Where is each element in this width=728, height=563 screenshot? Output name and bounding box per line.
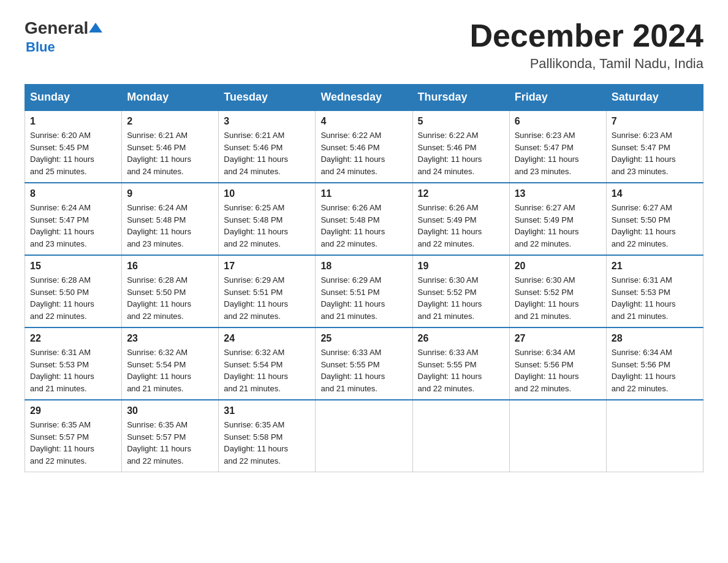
day-number: 23 bbox=[127, 333, 213, 344]
header-tuesday: Tuesday bbox=[219, 85, 316, 111]
day-cell: 18Sunrise: 6:29 AMSunset: 5:51 PMDayligh… bbox=[316, 255, 412, 327]
day-number: 14 bbox=[612, 188, 698, 199]
day-number: 12 bbox=[418, 188, 504, 199]
day-cell bbox=[412, 400, 509, 472]
logo-general: General bbox=[25, 18, 88, 38]
day-number: 15 bbox=[30, 261, 116, 272]
day-cell: 26Sunrise: 6:33 AMSunset: 5:55 PMDayligh… bbox=[412, 327, 509, 400]
day-info: Sunrise: 6:29 AMSunset: 5:51 PMDaylight:… bbox=[224, 274, 310, 322]
day-info: Sunrise: 6:34 AMSunset: 5:56 PMDaylight:… bbox=[515, 347, 601, 394]
day-number: 24 bbox=[224, 333, 310, 344]
day-cell: 4Sunrise: 6:22 AMSunset: 5:46 PMDaylight… bbox=[316, 110, 412, 183]
day-number: 19 bbox=[418, 261, 504, 272]
day-cell: 25Sunrise: 6:33 AMSunset: 5:55 PMDayligh… bbox=[316, 327, 412, 400]
day-info: Sunrise: 6:21 AMSunset: 5:46 PMDaylight:… bbox=[127, 129, 213, 177]
day-number: 3 bbox=[224, 116, 310, 127]
day-number: 22 bbox=[30, 333, 116, 344]
day-number: 6 bbox=[515, 116, 601, 127]
day-number: 18 bbox=[320, 261, 407, 272]
header-row: SundayMondayTuesdayWednesdayThursdayFrid… bbox=[25, 85, 703, 111]
day-info: Sunrise: 6:33 AMSunset: 5:55 PMDaylight:… bbox=[320, 347, 407, 394]
day-number: 17 bbox=[224, 261, 310, 272]
day-cell: 14Sunrise: 6:27 AMSunset: 5:50 PMDayligh… bbox=[606, 183, 703, 255]
day-cell: 12Sunrise: 6:26 AMSunset: 5:49 PMDayligh… bbox=[412, 183, 509, 255]
logo-blue: Blue bbox=[26, 39, 55, 55]
day-info: Sunrise: 6:27 AMSunset: 5:50 PMDaylight:… bbox=[612, 202, 698, 250]
svg-marker-0 bbox=[89, 23, 102, 33]
day-info: Sunrise: 6:24 AMSunset: 5:48 PMDaylight:… bbox=[127, 202, 213, 250]
day-cell: 28Sunrise: 6:34 AMSunset: 5:56 PMDayligh… bbox=[606, 327, 703, 400]
day-info: Sunrise: 6:25 AMSunset: 5:48 PMDaylight:… bbox=[224, 202, 310, 250]
day-number: 25 bbox=[320, 333, 407, 344]
day-info: Sunrise: 6:35 AMSunset: 5:57 PMDaylight:… bbox=[127, 419, 213, 467]
day-info: Sunrise: 6:31 AMSunset: 5:53 PMDaylight:… bbox=[612, 274, 698, 322]
day-number: 9 bbox=[127, 188, 213, 199]
day-cell: 9Sunrise: 6:24 AMSunset: 5:48 PMDaylight… bbox=[122, 183, 219, 255]
day-number: 8 bbox=[30, 188, 116, 199]
day-info: Sunrise: 6:35 AMSunset: 5:57 PMDaylight:… bbox=[30, 419, 116, 467]
day-cell: 31Sunrise: 6:35 AMSunset: 5:58 PMDayligh… bbox=[219, 400, 316, 472]
day-number: 11 bbox=[320, 188, 407, 199]
day-cell: 5Sunrise: 6:22 AMSunset: 5:46 PMDaylight… bbox=[412, 110, 509, 183]
header-friday: Friday bbox=[509, 85, 606, 111]
day-number: 1 bbox=[30, 116, 116, 127]
day-info: Sunrise: 6:30 AMSunset: 5:52 PMDaylight:… bbox=[418, 274, 504, 322]
day-number: 20 bbox=[515, 261, 601, 272]
day-info: Sunrise: 6:22 AMSunset: 5:46 PMDaylight:… bbox=[320, 129, 407, 177]
day-cell: 22Sunrise: 6:31 AMSunset: 5:53 PMDayligh… bbox=[25, 327, 122, 400]
day-number: 26 bbox=[418, 333, 504, 344]
day-cell: 10Sunrise: 6:25 AMSunset: 5:48 PMDayligh… bbox=[219, 183, 316, 255]
page-header: General Blue December 2024 Pallikonda, T… bbox=[25, 18, 703, 72]
day-info: Sunrise: 6:30 AMSunset: 5:52 PMDaylight:… bbox=[515, 274, 601, 322]
header-saturday: Saturday bbox=[606, 85, 703, 111]
day-cell: 11Sunrise: 6:26 AMSunset: 5:48 PMDayligh… bbox=[316, 183, 412, 255]
day-cell: 7Sunrise: 6:23 AMSunset: 5:47 PMDaylight… bbox=[606, 110, 703, 183]
logo: General Blue bbox=[25, 18, 104, 55]
day-info: Sunrise: 6:32 AMSunset: 5:54 PMDaylight:… bbox=[127, 347, 213, 394]
day-info: Sunrise: 6:27 AMSunset: 5:49 PMDaylight:… bbox=[515, 202, 601, 250]
day-cell: 17Sunrise: 6:29 AMSunset: 5:51 PMDayligh… bbox=[219, 255, 316, 327]
header-thursday: Thursday bbox=[412, 85, 509, 111]
day-number: 13 bbox=[515, 188, 601, 199]
day-cell: 13Sunrise: 6:27 AMSunset: 5:49 PMDayligh… bbox=[509, 183, 606, 255]
day-cell: 3Sunrise: 6:21 AMSunset: 5:46 PMDaylight… bbox=[219, 110, 316, 183]
day-cell bbox=[316, 400, 412, 472]
header-monday: Monday bbox=[122, 85, 219, 111]
day-info: Sunrise: 6:23 AMSunset: 5:47 PMDaylight:… bbox=[612, 129, 698, 177]
day-info: Sunrise: 6:21 AMSunset: 5:46 PMDaylight:… bbox=[224, 129, 310, 177]
day-info: Sunrise: 6:34 AMSunset: 5:56 PMDaylight:… bbox=[612, 347, 698, 394]
month-title: December 2024 bbox=[469, 18, 703, 53]
day-info: Sunrise: 6:20 AMSunset: 5:45 PMDaylight:… bbox=[30, 129, 116, 177]
title-area: December 2024 Pallikonda, Tamil Nadu, In… bbox=[469, 18, 703, 72]
day-number: 21 bbox=[612, 261, 698, 272]
logo-icon bbox=[88, 21, 104, 35]
day-info: Sunrise: 6:32 AMSunset: 5:54 PMDaylight:… bbox=[224, 347, 310, 394]
day-cell: 21Sunrise: 6:31 AMSunset: 5:53 PMDayligh… bbox=[606, 255, 703, 327]
day-info: Sunrise: 6:23 AMSunset: 5:47 PMDaylight:… bbox=[515, 129, 601, 177]
day-info: Sunrise: 6:29 AMSunset: 5:51 PMDaylight:… bbox=[320, 274, 407, 322]
day-number: 10 bbox=[224, 188, 310, 199]
day-info: Sunrise: 6:35 AMSunset: 5:58 PMDaylight:… bbox=[224, 419, 310, 467]
week-row-1: 1Sunrise: 6:20 AMSunset: 5:45 PMDaylight… bbox=[25, 110, 703, 183]
day-cell: 29Sunrise: 6:35 AMSunset: 5:57 PMDayligh… bbox=[25, 400, 122, 472]
day-number: 27 bbox=[515, 333, 601, 344]
day-cell: 1Sunrise: 6:20 AMSunset: 5:45 PMDaylight… bbox=[25, 110, 122, 183]
day-cell: 2Sunrise: 6:21 AMSunset: 5:46 PMDaylight… bbox=[122, 110, 219, 183]
week-row-2: 8Sunrise: 6:24 AMSunset: 5:47 PMDaylight… bbox=[25, 183, 703, 255]
day-number: 30 bbox=[127, 405, 213, 416]
day-cell bbox=[509, 400, 606, 472]
day-number: 5 bbox=[418, 116, 504, 127]
header-wednesday: Wednesday bbox=[316, 85, 412, 111]
day-info: Sunrise: 6:26 AMSunset: 5:48 PMDaylight:… bbox=[320, 202, 407, 250]
week-row-5: 29Sunrise: 6:35 AMSunset: 5:57 PMDayligh… bbox=[25, 400, 703, 472]
day-number: 4 bbox=[320, 116, 407, 127]
day-info: Sunrise: 6:22 AMSunset: 5:46 PMDaylight:… bbox=[418, 129, 504, 177]
day-cell: 27Sunrise: 6:34 AMSunset: 5:56 PMDayligh… bbox=[509, 327, 606, 400]
day-info: Sunrise: 6:33 AMSunset: 5:55 PMDaylight:… bbox=[418, 347, 504, 394]
location-subtitle: Pallikonda, Tamil Nadu, India bbox=[469, 56, 703, 72]
header-sunday: Sunday bbox=[25, 85, 122, 111]
week-row-3: 15Sunrise: 6:28 AMSunset: 5:50 PMDayligh… bbox=[25, 255, 703, 327]
day-number: 7 bbox=[612, 116, 698, 127]
day-info: Sunrise: 6:28 AMSunset: 5:50 PMDaylight:… bbox=[127, 274, 213, 322]
day-cell: 16Sunrise: 6:28 AMSunset: 5:50 PMDayligh… bbox=[122, 255, 219, 327]
